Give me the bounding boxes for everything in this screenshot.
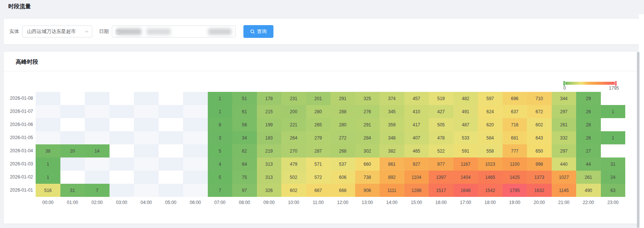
heatmap-cell: 998 <box>527 158 552 171</box>
heatmap-cell: 1104 <box>404 171 429 184</box>
heatmap-cell: 326 <box>257 184 282 197</box>
heatmap-cell <box>134 158 159 171</box>
visualmap-legend: 0 1795 <box>564 82 616 91</box>
heatmap-cell: 3 <box>208 131 233 144</box>
heatmap-cell <box>183 171 208 184</box>
heatmap-row: 1612152002802882763454104274916246376722… <box>36 105 625 118</box>
x-axis-label: 12:00 <box>330 200 355 205</box>
heatmap-cell <box>85 158 110 171</box>
heatmap-cell: 284 <box>355 131 380 144</box>
x-axis-label: 11:00 <box>306 200 331 205</box>
x-axis-label: 02:00 <box>85 200 110 205</box>
heatmap-cell <box>85 118 110 131</box>
heatmap-cell: 221 <box>281 118 306 131</box>
heatmap-cell: 38 <box>36 144 60 158</box>
heatmap-cell: 56 <box>232 118 257 131</box>
heatmap-cell: 27 <box>576 144 601 158</box>
heatmap-cell: 14 <box>85 144 110 158</box>
heatmap-cell: 34 <box>232 131 257 144</box>
query-button[interactable]: 查询 <box>243 25 273 38</box>
heatmap-cell: 75 <box>232 171 257 184</box>
heatmap-row: 1464313479571537660861927977116710231100… <box>36 158 625 171</box>
heatmap-cell: 279 <box>306 131 331 144</box>
heatmap-cell: 200 <box>281 105 306 118</box>
heatmap-cell: 276 <box>355 105 380 118</box>
heatmap-cell: 427 <box>429 105 453 118</box>
heatmap-cell: 288 <box>330 105 355 118</box>
heatmap-cell: 280 <box>306 105 331 118</box>
heatmap-cell: 643 <box>527 131 552 144</box>
heatmap-cell: 505 <box>429 118 453 131</box>
redacted-date-start <box>117 28 141 35</box>
filter-card: 实体 山西运城万达东星超市 日期 查询 <box>4 19 639 44</box>
heatmap-row: 1511782312012913253744575194825976967103… <box>36 92 625 105</box>
heatmap-cell: 465 <box>404 144 429 158</box>
heatmap-cell: 602 <box>527 118 552 131</box>
heatmap-cell: 97 <box>232 184 257 197</box>
heatmap-cell <box>183 158 208 171</box>
heatmap-cell <box>134 184 159 197</box>
heatmap-cell <box>36 105 60 118</box>
heatmap-cell: 1795 <box>503 184 527 197</box>
heatmap-cell: 268 <box>330 144 355 158</box>
heatmap-cell: 374 <box>380 92 404 105</box>
heatmap-cell: 977 <box>429 158 453 171</box>
chevron-down-icon <box>84 29 89 34</box>
heatmap-cell: 1 <box>36 171 60 184</box>
x-axis-label: 10:00 <box>281 200 306 205</box>
heatmap-cell <box>134 171 159 184</box>
heatmap-cell: 26 <box>576 131 601 144</box>
heatmap-cell: 1 <box>601 105 626 118</box>
legend-labels: 0 1795 <box>564 86 616 91</box>
heatmap-cell: 29 <box>576 92 601 105</box>
x-axis-label: 20:00 <box>527 200 552 205</box>
scrollbar-thumb[interactable] <box>637 52 639 228</box>
entity-select[interactable]: 山西运城万达东星超市 <box>22 26 92 38</box>
heatmap-cell: 345 <box>380 105 404 118</box>
heatmap-row: 1575313502572606738892110413971404146514… <box>36 171 625 184</box>
heatmap-y-axis: 2026-01-082026-01-072026-01-062026-01-05… <box>4 92 33 197</box>
heatmap-cell: 382 <box>380 144 404 158</box>
heatmap-cell: 602 <box>281 184 306 197</box>
heatmap-cell: 537 <box>330 158 355 171</box>
heatmap-cell <box>36 131 60 144</box>
heatmap-cell: 478 <box>429 131 453 144</box>
heatmap-cell: 28 <box>576 118 601 131</box>
heatmap-cell <box>183 144 208 158</box>
heatmap-cell <box>183 184 208 197</box>
heatmap-cell <box>110 118 134 131</box>
heatmap-cell: 417 <box>404 118 429 131</box>
x-axis-label: 22:00 <box>576 200 601 205</box>
heatmap-cell: 5 <box>208 171 233 184</box>
heatmap-cell: 571 <box>306 158 331 171</box>
redacted-date-end <box>208 28 231 35</box>
heatmap-cell: 681 <box>503 131 527 144</box>
heatmap-cell: 516 <box>36 184 60 197</box>
scrollbar-track[interactable] <box>639 14 644 228</box>
heatmap-cell: 1542 <box>478 184 503 197</box>
heatmap-cell: 1100 <box>503 158 527 171</box>
heatmap-cell: 660 <box>355 158 380 171</box>
heatmap-cell: 26 <box>576 105 601 118</box>
search-icon <box>250 29 255 34</box>
heatmap-cell: 231 <box>281 92 306 105</box>
heatmap-x-axis: 00:0001:0002:0003:0004:0005:0006:0007:00… <box>36 200 625 205</box>
heatmap-cell: 522 <box>429 144 453 158</box>
heatmap-cell <box>85 105 110 118</box>
heatmap-cell: 650 <box>527 144 552 158</box>
heatmap-cell <box>60 131 85 144</box>
heatmap-cell: 1373 <box>527 171 552 184</box>
heatmap-cell: 272 <box>330 131 355 144</box>
heatmap-cell <box>183 105 208 118</box>
heatmap-cell <box>159 131 183 144</box>
heatmap-cell: 201 <box>306 92 331 105</box>
page-title: 时段流量 <box>8 3 31 10</box>
y-axis-label: 2026-01-02 <box>4 171 33 184</box>
heatmap-row: 3341832642792722843484074785335846816433… <box>36 131 625 144</box>
heatmap-cell <box>134 118 159 131</box>
heatmap-cell: 7 <box>85 184 110 197</box>
date-range-input[interactable] <box>112 26 236 38</box>
x-axis-label: 01:00 <box>60 200 85 205</box>
x-axis-label: 04:00 <box>134 200 159 205</box>
heatmap-cell: 558 <box>478 144 503 158</box>
